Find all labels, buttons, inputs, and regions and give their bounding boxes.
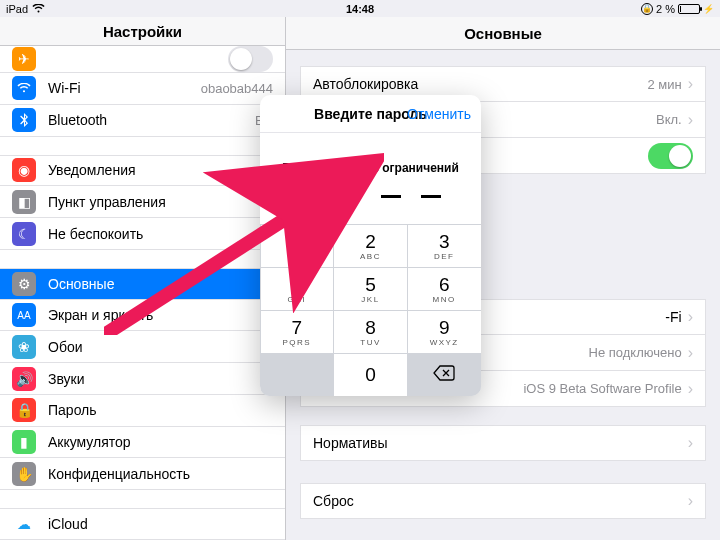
battery-settings-icon: ▮ <box>12 430 36 454</box>
key-1[interactable]: 1 <box>261 225 334 267</box>
regulatory-label: Нормативы <box>313 435 388 451</box>
pin-entry <box>260 195 481 198</box>
status-time: 14:48 <box>0 3 720 15</box>
key-8[interactable]: 8TUV <box>334 311 407 353</box>
bluetooth-label: Bluetooth <box>48 112 107 128</box>
sidebar: Настройки ✈ Wi-Fi obaobab444 Bluetooth В… <box>0 17 286 540</box>
autolock-label: Автоблокировка <box>313 76 418 92</box>
chevron-icon: › <box>688 434 693 452</box>
modal-header: Введите пароль Отменить <box>260 95 481 133</box>
sidebar-item-wifi[interactable]: Wi-Fi obaobab444 <box>0 73 285 105</box>
detail-title: Основные <box>286 17 720 50</box>
wallpaper-icon: ❀ <box>12 335 36 359</box>
sounds-icon: 🔊 <box>12 367 36 391</box>
sidebar-item-passcode[interactable]: 🔒 Пароль <box>0 395 285 427</box>
general-label: Основные <box>48 276 114 292</box>
detail-regulatory[interactable]: Нормативы › <box>300 425 706 461</box>
key-blank <box>261 354 334 396</box>
wifi-value: obaobab444 <box>201 81 273 96</box>
passcode-modal: Введите пароль Отменить Введите пароль о… <box>260 95 481 396</box>
airplane-toggle[interactable] <box>228 46 273 72</box>
modal-body: Введите пароль ограничений <box>260 133 481 224</box>
detail-reset[interactable]: Сброс › <box>300 483 706 519</box>
sidebar-item-control-center[interactable]: ◧ Пункт управления <box>0 186 285 218</box>
chevron-icon: › <box>688 492 693 510</box>
backspace-icon <box>433 364 455 386</box>
key-backspace[interactable] <box>408 354 481 396</box>
display-label: Экран и яркость <box>48 307 153 323</box>
profile-value: iOS 9 Beta Software Profile <box>523 381 681 396</box>
key-7[interactable]: 7PQRS <box>261 311 334 353</box>
sidebar-item-battery[interactable]: ▮ Аккумулятор <box>0 427 285 459</box>
notifications-icon: ◉ <box>12 158 36 182</box>
key-4[interactable]: 4GHI <box>261 268 334 310</box>
sidebar-title: Настройки <box>0 17 285 46</box>
privacy-icon: ✋ <box>12 462 36 486</box>
sidebar-item-dnd[interactable]: ☾ Не беспокоить <box>0 218 285 250</box>
bluetooth-icon <box>12 108 36 132</box>
airplane-icon: ✈ <box>12 47 36 71</box>
passcode-label: Пароль <box>48 402 97 418</box>
wallpaper-label: Обои <box>48 339 83 355</box>
pin-dash <box>301 195 321 198</box>
sidebar-item-display[interactable]: AA Экран и яркость <box>0 300 285 332</box>
wifi-label: Wi-Fi <box>48 80 81 96</box>
pin-dash <box>421 195 441 198</box>
status-bar: iPad 14:48 🔒 2 % ⚡ <box>0 0 720 17</box>
dnd-icon: ☾ <box>12 222 36 246</box>
sidebar-item-wallpaper[interactable]: ❀ Обои <box>0 331 285 363</box>
dnd-label: Не беспокоить <box>48 226 143 242</box>
sidebar-item-icloud[interactable]: ☁ iCloud <box>0 508 285 540</box>
notifications-label: Уведомления <box>48 162 136 178</box>
privacy-label: Конфиденциальность <box>48 466 190 482</box>
chevron-icon: › <box>688 75 693 93</box>
cancel-button[interactable]: Отменить <box>407 106 471 122</box>
reset-label: Сброс <box>313 493 354 509</box>
icloud-icon: ☁ <box>12 512 36 536</box>
control-center-icon: ◧ <box>12 190 36 214</box>
key-0[interactable]: 0 <box>334 354 407 396</box>
modal-prompt: Введите пароль ограничений <box>260 161 481 175</box>
vpn-value: Не подключено <box>589 345 682 360</box>
icloud-label: iCloud <box>48 516 88 532</box>
chevron-icon: › <box>688 344 693 362</box>
battery-label: Аккумулятор <box>48 434 131 450</box>
sidebar-item-sounds[interactable]: 🔊 Звуки <box>0 363 285 395</box>
passcode-icon: 🔒 <box>12 398 36 422</box>
number-keypad: 1 2ABC 3DEF 4GHI 5JKL 6MNO 7PQRS 8TUV 9W… <box>260 224 481 396</box>
detail-toggle[interactable] <box>648 143 693 169</box>
autolock-value: 2 мин <box>647 77 681 92</box>
pin-dash <box>381 195 401 198</box>
chevron-icon: › <box>688 308 693 326</box>
key-3[interactable]: 3DEF <box>408 225 481 267</box>
battery-icon <box>678 4 700 14</box>
chevron-icon: › <box>688 380 693 398</box>
key-5[interactable]: 5JKL <box>334 268 407 310</box>
general-icon: ⚙ <box>12 272 36 296</box>
sidebar-item-privacy[interactable]: ✋ Конфиденциальность <box>0 458 285 490</box>
restrictions-value: Вкл. <box>656 112 682 127</box>
pin-dash <box>341 195 361 198</box>
sidebar-item-notifications[interactable]: ◉ Уведомления <box>0 155 285 187</box>
control-center-label: Пункт управления <box>48 194 166 210</box>
sounds-label: Звуки <box>48 371 85 387</box>
key-2[interactable]: 2ABC <box>334 225 407 267</box>
sidebar-item-airplane[interactable]: ✈ <box>0 46 285 73</box>
display-icon: AA <box>12 303 36 327</box>
sidebar-item-bluetooth[interactable]: Bluetooth Вы <box>0 105 285 137</box>
key-9[interactable]: 9WXYZ <box>408 311 481 353</box>
chevron-icon: › <box>688 111 693 129</box>
key-6[interactable]: 6MNO <box>408 268 481 310</box>
wifi-settings-icon <box>12 76 36 100</box>
sidebar-item-general[interactable]: ⚙ Основные <box>0 268 285 300</box>
